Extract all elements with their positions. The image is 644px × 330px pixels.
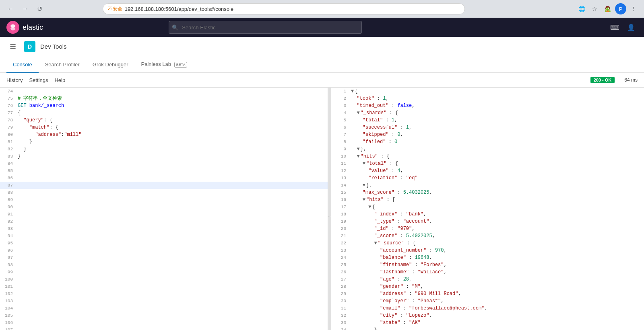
result-line-20: 20 "_id" : "970", bbox=[331, 225, 644, 232]
line-81: 81 } bbox=[0, 138, 328, 146]
collapse-4[interactable]: ▼ bbox=[357, 110, 359, 116]
elastic-header: elastic 🔍 ⌨ 👤 bbox=[0, 18, 644, 37]
back-button[interactable]: ← bbox=[5, 3, 16, 14]
result-line-1: 1 ▼{ bbox=[331, 88, 644, 95]
line-78: 78 "query": { bbox=[0, 117, 328, 124]
tab-painless-lab[interactable]: Painless Lab BETA bbox=[135, 56, 194, 73]
search-wrap: 🔍 bbox=[169, 21, 362, 34]
editor-panel: 74 75 # 字符串，全文检索 76 GET bank/_search ▶ 🗎 bbox=[0, 88, 328, 330]
collapse-16[interactable]: ▼ bbox=[363, 197, 365, 203]
history-button[interactable]: History bbox=[6, 76, 23, 85]
line-90: 90 bbox=[0, 203, 328, 211]
collapse-22[interactable]: ▼ bbox=[374, 240, 377, 246]
bookmark-button[interactable]: ☆ bbox=[589, 3, 601, 14]
line-75: 75 # 字符串，全文检索 bbox=[0, 95, 328, 102]
result-line-8: 8 "failed" : 0 bbox=[331, 138, 644, 146]
editor-content[interactable]: 74 75 # 字符串，全文检索 76 GET bank/_search ▶ 🗎 bbox=[0, 88, 328, 330]
result-line-18: 18 "_index" : "bank", bbox=[331, 211, 644, 218]
line-87: 87 bbox=[0, 182, 328, 189]
resize-handle[interactable]: ⋮ bbox=[328, 88, 331, 330]
help-button[interactable]: Help bbox=[54, 76, 65, 85]
line-99: 99 bbox=[0, 269, 328, 276]
hamburger-button[interactable]: ☰ bbox=[6, 40, 19, 53]
collapse-10[interactable]: ▼ bbox=[357, 154, 359, 159]
tab-grok-debugger[interactable]: Grok Debugger bbox=[86, 57, 135, 73]
result-line-7: 7 "skipped" : 0, bbox=[331, 131, 644, 138]
result-line-14: 14 ▼}, bbox=[331, 182, 644, 189]
profile-button[interactable]: P bbox=[615, 3, 626, 14]
elastic-logo[interactable]: elastic bbox=[6, 21, 43, 34]
result-line-9: 9 ▼}, bbox=[331, 146, 644, 153]
line-86: 86 bbox=[0, 174, 328, 182]
refresh-button[interactable]: ↺ bbox=[34, 3, 45, 14]
line-85: 85 bbox=[0, 167, 328, 174]
svg-point-1 bbox=[10, 27, 15, 30]
line-98: 98 bbox=[0, 261, 328, 269]
settings-button[interactable]: Settings bbox=[29, 76, 48, 85]
search-elastic-input[interactable] bbox=[169, 21, 362, 34]
main-content: 74 75 # 字符串，全文检索 76 GET bank/_search ▶ 🗎 bbox=[0, 88, 644, 330]
tab-console[interactable]: Console bbox=[6, 57, 39, 73]
translate-button[interactable]: 🌐 bbox=[576, 3, 588, 14]
extension-button[interactable]: 🧟 bbox=[602, 3, 613, 14]
result-line-26: 26 "lastname" : "Wallace", bbox=[331, 269, 644, 276]
collapse-14[interactable]: ▼ bbox=[363, 182, 365, 188]
line-79: 79 "match": { bbox=[0, 124, 328, 131]
line-80: 80 "address":"mill" bbox=[0, 131, 328, 138]
results-panel: 1 ▼{ 2 "took" : 1, 3 "timed_out" : false… bbox=[331, 88, 644, 330]
line-102: 102 bbox=[0, 290, 328, 297]
result-line-22: 22 ▼"_source" : { bbox=[331, 240, 644, 247]
line-106: 106 bbox=[0, 319, 328, 326]
line-97: 97 bbox=[0, 254, 328, 261]
line-93: 93 bbox=[0, 225, 328, 232]
result-line-19: 19 "_type" : "account", bbox=[331, 218, 644, 225]
collapse-17[interactable]: ▼ bbox=[368, 204, 371, 210]
forward-button[interactable]: → bbox=[19, 3, 31, 14]
browser-chrome: ← → ↺ 不安全 192.168.188.180:5601/app/dev_t… bbox=[0, 0, 644, 18]
line-96: 96 bbox=[0, 247, 328, 254]
results-content[interactable]: 1 ▼{ 2 "took" : 1, 3 "timed_out" : false… bbox=[331, 88, 644, 330]
result-line-33: 33 "state" : "AK" bbox=[331, 319, 644, 326]
collapse-9[interactable]: ▼ bbox=[357, 146, 359, 152]
menu-button[interactable]: ⋮ bbox=[628, 3, 639, 14]
line-89: 89 bbox=[0, 196, 328, 203]
line-92: 92 bbox=[0, 218, 328, 225]
result-line-31: 31 "email" : "forbeswallace@pheast.com", bbox=[331, 305, 644, 312]
line-104: 104 bbox=[0, 305, 328, 312]
tab-search-profiler[interactable]: Search Profiler bbox=[39, 57, 86, 73]
result-line-17: 17 ▼{ bbox=[331, 203, 644, 211]
line-77: 77 { bbox=[0, 109, 328, 117]
app-icon: D bbox=[24, 41, 35, 52]
collapse-1[interactable]: ▼ bbox=[351, 88, 354, 94]
result-line-15: 15 "max_score" : 5.4032025, bbox=[331, 189, 644, 196]
app-title: Dev Tools bbox=[40, 43, 67, 50]
result-line-11: 11 ▼"total" : { bbox=[331, 160, 644, 167]
tab-navigation: Console Search Profiler Grok Debugger Pa… bbox=[0, 56, 644, 73]
address-text: 192.168.188.180:5601/app/dev_tools#/cons… bbox=[125, 6, 233, 12]
line-82: 82 } bbox=[0, 146, 328, 153]
status-badge: 200 - OK bbox=[590, 77, 615, 83]
result-line-25: 25 "firstname" : "Forbes", bbox=[331, 261, 644, 269]
copy-button[interactable]: 🗎 bbox=[317, 102, 324, 109]
result-line-5: 5 "total" : 1, bbox=[331, 117, 644, 124]
keyboard-shortcut-button[interactable]: ⌨ bbox=[609, 21, 621, 34]
security-warning: 不安全 bbox=[108, 6, 122, 12]
collapse-11[interactable]: ▼ bbox=[363, 161, 365, 166]
run-button[interactable]: ▶ bbox=[310, 102, 316, 109]
line-83: 83 } bbox=[0, 153, 328, 160]
result-line-28: 28 "gender" : "M", bbox=[331, 283, 644, 290]
toolbar: History Settings Help 200 - OK 64 ms bbox=[0, 73, 644, 88]
search-elastic-container: 🔍 bbox=[169, 21, 362, 34]
beta-badge: BETA bbox=[174, 62, 188, 68]
browser-actions: 🌐 ☆ 🧟 P ⋮ bbox=[576, 3, 639, 14]
line-100: 100 bbox=[0, 276, 328, 283]
elastic-app-name: elastic bbox=[23, 23, 43, 32]
line-76: 76 GET bank/_search ▶ 🗎 bbox=[0, 102, 328, 109]
result-line-12: 12 "value" : 4, bbox=[331, 167, 644, 174]
user-menu-button[interactable]: 👤 bbox=[625, 21, 638, 34]
result-line-10: 10 ▼"hits" : { bbox=[331, 153, 644, 160]
line-105: 105 bbox=[0, 312, 328, 319]
result-line-2: 2 "took" : 1, bbox=[331, 95, 644, 102]
result-line-6: 6 "successful" : 1, bbox=[331, 124, 644, 131]
result-line-27: 27 "age" : 28, bbox=[331, 276, 644, 283]
